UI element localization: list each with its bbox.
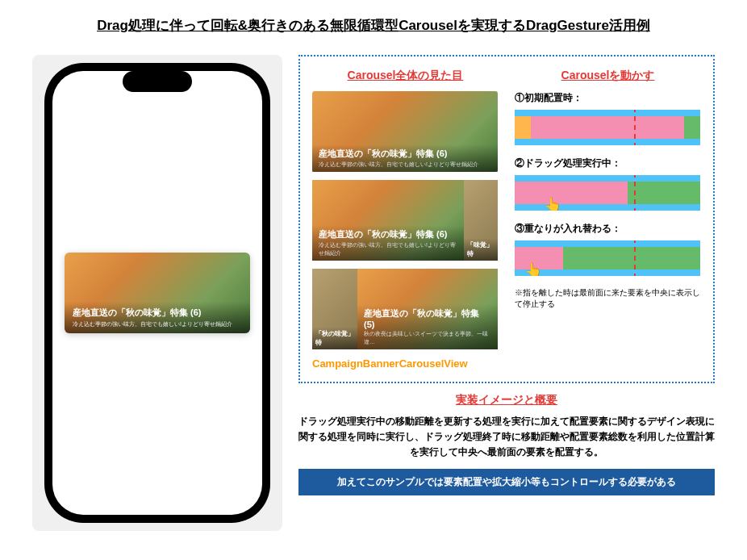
appearance-3-center-title: 産地直送の「秋の味覚」特集 (5) xyxy=(364,307,491,329)
phone-frame: 産地直送の「秋の味覚」特集 (6) 冷え込む季節の強い味方。自宅でも嬉しい!より… xyxy=(44,63,270,523)
appearance-2-side-title: 「味覚」特 xyxy=(467,240,495,258)
appearance-3-left-title: 「秋の味覚」特 xyxy=(315,329,354,347)
page-title: Drag処理に伴って回転&奥行きのある無限循環型Carouselを実現するDra… xyxy=(32,16,715,35)
appearance-example-2: 産地直送の「秋の味覚」特集 (6) 冷え込む季節の強い味方。自宅でも嬉しい!より… xyxy=(312,180,498,261)
banner-subtitle: 冷え込む季節の強い味方。自宅でも嬉しい!よりどり寄せ鍋紹介 xyxy=(73,320,242,328)
implementation-section: 実装イメージと概要 ドラッグ処理実行中の移動距離を更新する処理を実行に加えて配置… xyxy=(298,393,715,495)
drag-pointer-icon: 👆 xyxy=(544,196,561,211)
appearance-2-sub: 冷え込む季節の強い味方。自宅でも嬉しい!よりどり寄せ鍋紹介 xyxy=(319,241,457,257)
phone-mockup-column: 産地直送の「秋の味覚」特集 (6) 冷え込む季節の強い味方。自宅でも嬉しい!より… xyxy=(32,55,282,531)
state-3-label: ③重なりが入れ替わる： xyxy=(515,222,701,236)
appearance-2-title: 産地直送の「秋の味覚」特集 (6) xyxy=(319,228,457,240)
banner-content: 産地直送の「秋の味覚」特集 (6) 冷え込む季節の強い味方。自宅でも嬉しい!より… xyxy=(65,302,250,333)
state-2-diagram: 👆 xyxy=(515,175,700,211)
implementation-body: ドラッグ処理実行中の移動距離を更新する処理を実行に加えて配置要素に関するデザイン… xyxy=(298,414,715,461)
state-1-diagram xyxy=(515,110,700,145)
state-2-label: ②ドラッグ処理実行中： xyxy=(515,157,701,170)
states-footnote: ※指を離した時は最前面に来た要素を中央に表示して停止する xyxy=(515,287,701,310)
drag-pointer-icon: 👆 xyxy=(524,261,542,276)
banner-title: 産地直送の「秋の味覚」特集 (6) xyxy=(73,307,242,319)
phone-notch xyxy=(123,71,192,92)
state-1-label: ①初期配置時： xyxy=(515,91,701,105)
main-layout: 産地直送の「秋の味覚」特集 (6) 冷え込む季節の強い味方。自宅でも嬉しい!より… xyxy=(32,55,715,531)
state-3-center-line xyxy=(634,240,636,276)
states-heading: Carouselを動かす xyxy=(515,69,701,83)
phone-screen: 産地直送の「秋の味覚」特集 (6) 冷え込む季節の強い味方。自宅でも嬉しい!より… xyxy=(52,71,262,515)
implementation-note-box: 加えてこのサンプルでは要素配置や拡大縮小等もコントロールする必要がある xyxy=(298,469,715,495)
component-name-label: CampaignBannerCarouselView xyxy=(312,357,499,370)
appearance-example-1: 産地直送の「秋の味覚」特集 (6) 冷え込む季節の強い味方。自宅でも嬉しい!より… xyxy=(312,91,498,172)
state-2-center-line xyxy=(634,175,636,211)
appearance-example-3: 「秋の味覚」特 産地直送の「秋の味覚」特集 (5) 秋の夜長は美味しいスイーツで… xyxy=(312,269,498,349)
dotted-panel: Carousel全体の見た目 産地直送の「秋の味覚」特集 (6) 冷え込む季節の… xyxy=(298,55,715,383)
state-1-center-line xyxy=(634,110,636,145)
right-column: Carousel全体の見た目 産地直送の「秋の味覚」特集 (6) 冷え込む季節の… xyxy=(298,55,715,531)
states-section: Carouselを動かす ①初期配置時： ②ドラッグ処理実行中： 👆 ③重なりが… xyxy=(515,69,701,370)
appearance-heading: Carousel全体の見た目 xyxy=(312,69,499,83)
state-3-diagram: 👆 xyxy=(515,240,700,276)
carousel-banner-card[interactable]: 産地直送の「秋の味覚」特集 (6) 冷え込む季節の強い味方。自宅でも嬉しい!より… xyxy=(65,253,250,333)
appearance-3-center-sub: 秋の夜長は美味しいスイーツで決まる季節。一味違… xyxy=(364,330,491,346)
appearance-section: Carousel全体の見た目 産地直送の「秋の味覚」特集 (6) 冷え込む季節の… xyxy=(312,69,499,370)
appearance-1-sub: 冷え込む季節の強い味方。自宅でも嬉しい!よりどり寄せ鍋紹介 xyxy=(319,161,491,169)
implementation-heading: 実装イメージと概要 xyxy=(298,393,715,407)
appearance-1-title: 産地直送の「秋の味覚」特集 (6) xyxy=(319,148,491,160)
